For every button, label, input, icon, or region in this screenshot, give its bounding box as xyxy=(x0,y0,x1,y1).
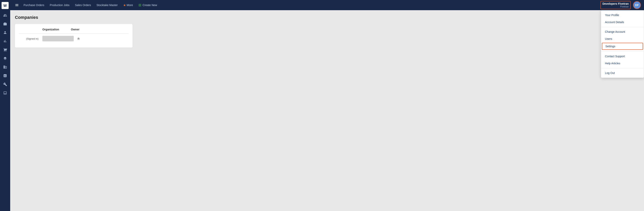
top-navigation: Purchase Orders Production Jobs Sales Or… xyxy=(10,0,644,10)
dropdown-change-account[interactable]: Change Account xyxy=(601,28,644,35)
sidebar-inbox-icon[interactable] xyxy=(2,90,9,96)
dropdown-section-account: Change Account Users Settings xyxy=(601,27,644,52)
nav-purchase-orders[interactable]: Purchase Orders xyxy=(21,2,47,8)
user-avatar-button[interactable]: DF xyxy=(633,1,641,9)
user-initials: DF xyxy=(635,4,639,7)
svg-text:W: W xyxy=(4,4,7,8)
sidebar-tools-icon[interactable] xyxy=(2,81,9,88)
nav-more[interactable]: ★ More xyxy=(121,2,135,9)
main-area: Purchase Orders Production Jobs Sales Or… xyxy=(10,0,644,211)
sidebar-analytics-icon[interactable] xyxy=(2,72,9,79)
dropdown-contact-support[interactable]: Contact Support xyxy=(601,53,644,60)
nav-production-jobs[interactable]: Production Jobs xyxy=(48,2,72,8)
sidebar-building-icon[interactable] xyxy=(2,64,9,70)
owner-cell: n xyxy=(78,37,80,40)
sidebar-briefcase-icon[interactable] xyxy=(2,20,9,28)
plus-icon: ⊞ xyxy=(138,3,142,7)
page-title: Companies xyxy=(15,15,639,20)
signed-in-label: (Signed in) xyxy=(19,37,38,40)
dropdown-section-profile: Your Profile Account Details xyxy=(601,10,644,27)
user-subtitle: Fivetran xyxy=(620,5,629,8)
dropdown-log-out[interactable]: Log Out xyxy=(601,70,644,76)
table-header: Organization Owner xyxy=(19,28,129,34)
user-dropdown-menu: Your Profile Account Details Change Acco… xyxy=(601,10,644,78)
companies-table-card: Organization Owner (Signed in) n xyxy=(15,24,132,48)
dropdown-help-articles[interactable]: Help Articles xyxy=(601,60,644,67)
star-icon: ★ xyxy=(123,3,126,7)
col-owner: Owner xyxy=(71,28,80,31)
user-info-block[interactable]: Developers Fivetran Fivetran xyxy=(600,1,631,9)
sidebar-layers-icon[interactable] xyxy=(2,55,9,62)
sidebar-people-icon[interactable] xyxy=(2,12,9,19)
dropdown-account-details[interactable]: Account Details xyxy=(601,19,644,26)
dropdown-your-profile[interactable]: Your Profile xyxy=(601,12,644,19)
org-cell-placeholder xyxy=(42,36,74,42)
sidebar: W xyxy=(0,0,10,211)
create-new-button[interactable]: ⊞ Create New xyxy=(136,2,160,8)
table-row: (Signed in) n xyxy=(19,34,129,44)
dropdown-section-logout: Log Out xyxy=(601,68,644,78)
nav-stocktake-master[interactable]: Stocktake Master xyxy=(94,2,120,8)
app-logo[interactable]: W xyxy=(2,2,9,9)
sidebar-cart-icon[interactable] xyxy=(2,46,9,53)
sidebar-user-icon[interactable] xyxy=(2,29,9,36)
sidebar-chart-icon[interactable] xyxy=(2,38,9,45)
dropdown-section-support: Contact Support Help Articles xyxy=(601,52,644,68)
dropdown-users[interactable]: Users xyxy=(601,35,644,42)
nav-sales-orders[interactable]: Sales Orders xyxy=(72,2,93,8)
col-organization: Organization xyxy=(42,28,59,31)
page-content: Companies Organization Owner (Signed in)… xyxy=(10,10,644,211)
dropdown-settings[interactable]: Settings xyxy=(602,43,643,50)
hamburger-menu[interactable] xyxy=(13,2,20,9)
user-name: Developers Fivetran xyxy=(602,2,629,5)
